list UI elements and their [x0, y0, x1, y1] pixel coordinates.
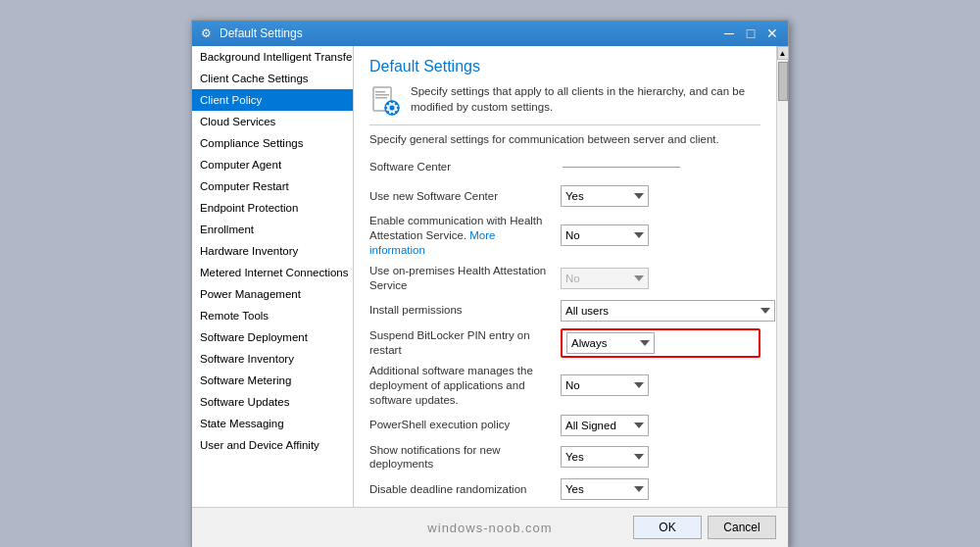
control-powershell: All Signed Bypass Restricted	[561, 415, 760, 436]
label-enable-communication: Enable communication with Health Attesta…	[369, 214, 561, 258]
sidebar-item-client-cache-settings[interactable]: Client Cache Settings	[192, 68, 353, 89]
default-settings-window: ⚙ Default Settings ─ □ ✕ Background Inte…	[191, 20, 789, 547]
control-show-notifications: Yes No	[561, 446, 760, 468]
watermark: windows-noob.com	[0, 521, 980, 535]
dropdown-install-permissions[interactable]: All users Only administrators Only admin…	[561, 300, 775, 322]
sidebar-item-user-device-affinity[interactable]: User and Device Affinity	[192, 434, 353, 456]
dropdown-show-notifications[interactable]: Yes No	[561, 446, 649, 468]
svg-rect-2	[375, 94, 389, 96]
minimize-button[interactable]: ─	[719, 25, 739, 42]
svg-point-8	[385, 107, 387, 109]
svg-point-7	[391, 113, 393, 115]
control-suspend-bitlocker: Always Never	[561, 328, 760, 358]
divider	[563, 167, 680, 168]
sidebar-item-compliance-settings[interactable]: Compliance Settings	[192, 132, 353, 154]
maximize-button[interactable]: □	[741, 25, 760, 42]
settings-row-use-new-software-center: Use new Software Center Yes No	[369, 184, 760, 208]
scroll-up-button[interactable]: ▲	[777, 46, 789, 60]
label-install-permissions: Install permissions	[369, 303, 561, 318]
sidebar-item-enrollment[interactable]: Enrollment	[192, 219, 353, 240]
label-disable-deadline: Disable deadline randomization	[369, 482, 561, 497]
sidebar-item-computer-agent[interactable]: Computer Agent	[192, 154, 353, 175]
settings-row-show-notifications: Show notifications for new deployments Y…	[369, 443, 760, 472]
svg-point-9	[397, 107, 399, 109]
sidebar-item-power-management[interactable]: Power Management	[192, 283, 353, 305]
dropdown-additional-software[interactable]: No Yes	[561, 374, 649, 396]
settings-row-powershell: PowerShell execution policy All Signed B…	[369, 414, 760, 437]
label-use-new-software-center: Use new Software Center	[369, 189, 561, 204]
label-additional-software: Additional software manages the deployme…	[369, 364, 561, 408]
svg-rect-3	[375, 97, 387, 99]
settings-row-enable-communication: Enable communication with Health Attesta…	[369, 214, 760, 258]
sidebar-item-metered-internet-connections[interactable]: Metered Internet Connections	[192, 262, 353, 283]
window-icon: ⚙	[198, 25, 214, 41]
title-bar-left: ⚙ Default Settings	[198, 25, 303, 41]
dropdown-powershell[interactable]: All Signed Bypass Restricted	[561, 415, 649, 436]
svg-point-10	[387, 103, 389, 105]
control-software-center	[561, 167, 760, 168]
settings-row-disable-deadline: Disable deadline randomization Yes No	[369, 477, 760, 501]
settings-row-use-onprem-attestation: Use on-premises Health Attestation Servi…	[369, 264, 760, 293]
control-additional-software: No Yes	[561, 374, 760, 396]
svg-rect-1	[375, 91, 385, 93]
svg-point-13	[395, 103, 397, 105]
sidebar-item-cloud-services[interactable]: Cloud Services	[192, 111, 353, 132]
dropdown-enable-communication[interactable]: No Yes	[561, 224, 649, 246]
title-bar: ⚙ Default Settings ─ □ ✕	[192, 21, 788, 46]
dropdown-use-new-software-center[interactable]: Yes No	[561, 185, 649, 207]
settings-row-suspend-bitlocker: Suspend BitLocker PIN entry on restart A…	[369, 328, 760, 358]
main-content: Default Settings	[354, 46, 776, 507]
settings-row-install-permissions: Install permissions All users Only admin…	[369, 299, 760, 323]
header-description: Specify settings that apply to all clien…	[411, 83, 760, 115]
main-title: Default Settings	[369, 58, 760, 75]
svg-point-5	[390, 106, 395, 111]
sidebar-item-remote-tools[interactable]: Remote Tools	[192, 305, 353, 326]
label-suspend-bitlocker: Suspend BitLocker PIN entry on restart	[369, 328, 561, 358]
window-title: Default Settings	[220, 26, 303, 40]
title-controls: ─ □ ✕	[719, 25, 782, 42]
label-software-center: Software Center	[369, 160, 561, 174]
window-body: Background Intelligent Transfer Client C…	[192, 46, 788, 507]
label-use-onprem-attestation: Use on-premises Health Attestation Servi…	[369, 264, 561, 293]
svg-point-11	[395, 111, 397, 113]
settings-row-software-center: Software Center	[369, 155, 760, 178]
sidebar-item-computer-restart[interactable]: Computer Restart	[192, 175, 353, 197]
desktop: ⚙ Default Settings ─ □ ✕ Background Inte…	[0, 0, 980, 547]
control-disable-deadline: Yes No	[561, 478, 760, 500]
scroll-thumb[interactable]	[778, 62, 788, 101]
header-section: Specify settings that apply to all clien…	[369, 83, 760, 125]
dropdown-use-onprem-attestation[interactable]: No Yes	[561, 268, 649, 289]
dropdown-disable-deadline[interactable]: Yes No	[561, 478, 649, 500]
sidebar-item-software-metering[interactable]: Software Metering	[192, 370, 353, 391]
control-enable-communication: No Yes	[561, 224, 760, 246]
control-use-new-software-center: Yes No	[561, 185, 760, 207]
sidebar-item-client-policy[interactable]: Client Policy	[192, 89, 353, 111]
scrollbar-track: ▲	[776, 46, 788, 507]
label-show-notifications: Show notifications for new deployments	[369, 443, 561, 472]
settings-grid: Software Center Use new Software Center …	[369, 155, 760, 507]
sidebar-item-software-updates[interactable]: Software Updates	[192, 391, 353, 413]
settings-icon	[369, 85, 401, 117]
section-label: Specify general settings for communicati…	[369, 133, 760, 145]
svg-point-6	[391, 101, 393, 103]
svg-point-12	[387, 111, 389, 113]
sidebar-item-hardware-inventory[interactable]: Hardware Inventory	[192, 240, 353, 262]
label-powershell: PowerShell execution policy	[369, 418, 561, 432]
control-install-permissions: All users Only administrators Only admin…	[561, 300, 775, 322]
control-use-onprem-attestation: No Yes	[561, 268, 760, 289]
close-button[interactable]: ✕	[762, 25, 782, 42]
settings-row-additional-software: Additional software manages the deployme…	[369, 364, 760, 408]
sidebar-item-software-deployment[interactable]: Software Deployment	[192, 326, 353, 348]
sidebar-item-software-inventory[interactable]: Software Inventory	[192, 348, 353, 370]
dropdown-suspend-bitlocker[interactable]: Always Never	[566, 332, 655, 354]
sidebar-item-state-messaging[interactable]: State Messaging	[192, 413, 353, 434]
sidebar-item-endpoint-protection[interactable]: Endpoint Protection	[192, 197, 353, 219]
sidebar: Background Intelligent Transfer Client C…	[192, 46, 354, 507]
sidebar-item-background-intelligent-transfer[interactable]: Background Intelligent Transfer	[192, 46, 353, 68]
